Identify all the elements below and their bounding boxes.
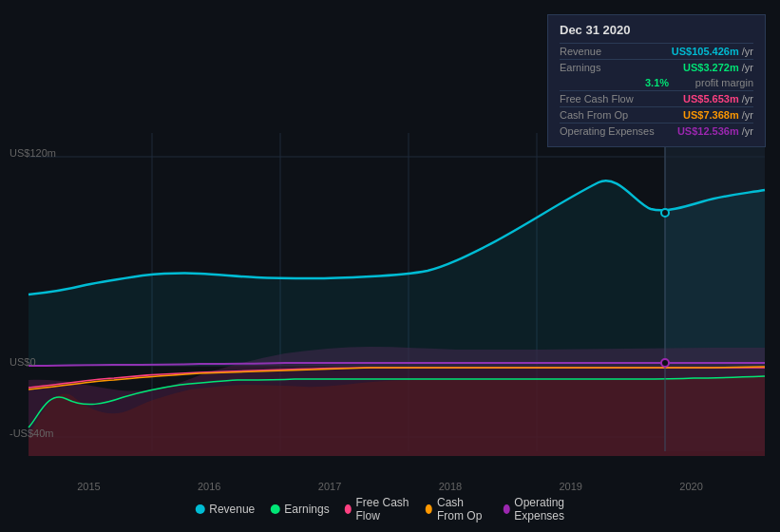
tooltip-row-margin: 3.1% profit margin bbox=[560, 75, 753, 90]
legend-item-opex[interactable]: Operating Expenses bbox=[503, 496, 584, 522]
tooltip-label-cashop: Cash From Op bbox=[560, 109, 628, 121]
tooltip-profit-margin: 3.1% bbox=[645, 77, 669, 88]
tooltip-value-revenue: US$105.426m /yr bbox=[672, 46, 753, 57]
x-label-2017: 2017 bbox=[318, 481, 341, 492]
legend-dot-fcf bbox=[345, 504, 352, 514]
legend-dot-cashop bbox=[426, 504, 432, 514]
legend-label-earnings: Earnings bbox=[284, 503, 329, 516]
y-label-top: US$120m bbox=[10, 147, 56, 159]
x-label-2016: 2016 bbox=[198, 481, 220, 492]
tooltip-value-cashop: US$7.368m /yr bbox=[683, 109, 753, 121]
tooltip-row-earnings: Earnings US$3.272m /yr bbox=[560, 59, 753, 75]
legend-item-earnings[interactable]: Earnings bbox=[270, 503, 329, 516]
tooltip-margin-label: profit margin bbox=[695, 77, 753, 88]
x-label-2015: 2015 bbox=[77, 481, 100, 492]
tooltip-value-opex: US$12.536m /yr bbox=[677, 125, 753, 137]
legend: Revenue Earnings Free Cash Flow Cash Fro… bbox=[195, 496, 585, 522]
tooltip-label-fcf: Free Cash Flow bbox=[560, 93, 634, 104]
svg-point-11 bbox=[661, 209, 669, 217]
tooltip-row-opex: Operating Expenses US$12.536m /yr bbox=[560, 123, 753, 139]
legend-item-cashop[interactable]: Cash From Op bbox=[426, 496, 487, 522]
chart-area: US$120m US$0 -US$40m Dec 31 2020 Revenue… bbox=[0, 0, 780, 484]
legend-label-revenue: Revenue bbox=[209, 503, 255, 516]
tooltip-title: Dec 31 2020 bbox=[560, 23, 753, 37]
tooltip-row-fcf: Free Cash Flow US$5.653m /yr bbox=[560, 90, 753, 106]
tooltip-box: Dec 31 2020 Revenue US$105.426m /yr Earn… bbox=[547, 14, 766, 147]
tooltip-value-earnings: US$3.272m /yr bbox=[683, 62, 753, 73]
svg-point-12 bbox=[661, 359, 669, 367]
x-label-2020: 2020 bbox=[679, 481, 702, 492]
legend-dot-earnings bbox=[270, 504, 279, 514]
legend-dot-revenue bbox=[195, 504, 204, 514]
tooltip-label-earnings: Earnings bbox=[560, 62, 600, 73]
x-label-2018: 2018 bbox=[439, 481, 462, 492]
tooltip-label-revenue: Revenue bbox=[560, 46, 601, 57]
legend-item-revenue[interactable]: Revenue bbox=[195, 503, 255, 516]
x-axis: 2015 2016 2017 2018 2019 2020 bbox=[0, 481, 780, 492]
y-label-bot: -US$40m bbox=[10, 428, 53, 439]
legend-label-cashop: Cash From Op bbox=[437, 496, 488, 522]
x-label-2019: 2019 bbox=[559, 481, 581, 492]
legend-label-fcf: Free Cash Flow bbox=[355, 496, 410, 522]
legend-item-fcf[interactable]: Free Cash Flow bbox=[345, 496, 411, 522]
legend-dot-opex bbox=[503, 504, 509, 514]
tooltip-row-cashop: Cash From Op US$7.368m /yr bbox=[560, 106, 753, 123]
tooltip-row-revenue: Revenue US$105.426m /yr bbox=[560, 43, 753, 59]
legend-label-opex: Operating Expenses bbox=[514, 496, 584, 522]
tooltip-value-fcf: US$5.653m /yr bbox=[683, 93, 753, 104]
tooltip-label-opex: Operating Expenses bbox=[560, 125, 655, 137]
y-label-mid: US$0 bbox=[10, 356, 36, 368]
